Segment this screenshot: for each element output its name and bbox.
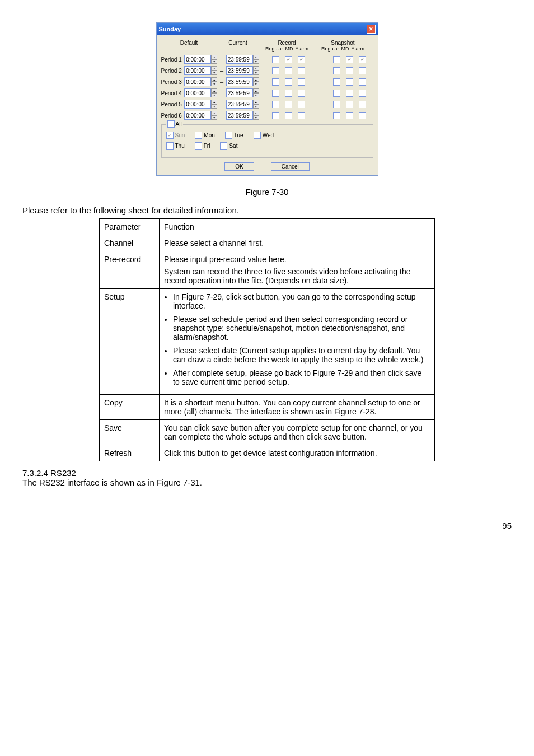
spin-down-icon[interactable]: ▼ bbox=[253, 59, 259, 64]
spin-up-icon[interactable]: ▲ bbox=[211, 111, 217, 115]
thu-checkbox[interactable] bbox=[166, 142, 174, 150]
spin-down-icon[interactable]: ▼ bbox=[211, 93, 217, 97]
snapshot-checkbox[interactable] bbox=[333, 67, 340, 74]
spin-up-icon[interactable]: ▲ bbox=[211, 66, 217, 71]
period-start-input[interactable] bbox=[184, 55, 211, 64]
snapshot-checkbox[interactable] bbox=[333, 56, 340, 63]
period-row: Period 3▲▼–▲▼ bbox=[161, 77, 373, 86]
spin-down-icon[interactable]: ▼ bbox=[253, 104, 259, 109]
period-end-input[interactable] bbox=[226, 111, 253, 120]
spin-down-icon[interactable]: ▼ bbox=[211, 82, 217, 86]
record-checkbox[interactable] bbox=[272, 56, 279, 63]
func-save: You can click save button after you comp… bbox=[160, 420, 435, 445]
period-end-input[interactable] bbox=[226, 100, 253, 109]
spin-up-icon[interactable]: ▲ bbox=[211, 100, 217, 104]
period-end-input[interactable] bbox=[226, 55, 253, 64]
setup-bullet-4: After complete setup, please go back to … bbox=[173, 368, 430, 386]
period-row: Period 5▲▼–▲▼ bbox=[161, 100, 373, 109]
record-checkbox[interactable] bbox=[285, 112, 292, 119]
spin-down-icon[interactable]: ▼ bbox=[211, 115, 217, 120]
record-checkbox[interactable] bbox=[285, 67, 292, 74]
prerecord-line2: System can record the three to five seco… bbox=[164, 267, 430, 285]
spin-down-icon[interactable]: ▼ bbox=[253, 82, 259, 86]
cancel-button[interactable]: Cancel bbox=[271, 162, 310, 171]
record-checkbox[interactable] bbox=[272, 112, 279, 119]
spin-down-icon[interactable]: ▼ bbox=[211, 71, 217, 75]
spin-up-icon[interactable]: ▲ bbox=[253, 55, 259, 59]
sun-checkbox[interactable]: ✓ bbox=[166, 132, 174, 139]
snapshot-checkbox[interactable] bbox=[346, 101, 353, 108]
spin-down-icon[interactable]: ▼ bbox=[253, 71, 259, 75]
record-checkbox[interactable] bbox=[298, 101, 305, 108]
snapshot-checkbox[interactable] bbox=[346, 78, 353, 86]
prerecord-line1: Please input pre-record value here. bbox=[164, 255, 430, 264]
record-checkbox[interactable] bbox=[298, 78, 305, 86]
snapshot-checkbox[interactable] bbox=[359, 112, 366, 119]
sub-md: MD bbox=[285, 46, 293, 52]
record-group bbox=[265, 67, 312, 74]
all-checkbox[interactable] bbox=[167, 120, 175, 128]
spin-down-icon[interactable]: ▼ bbox=[253, 115, 259, 120]
snapshot-checkbox[interactable] bbox=[359, 90, 366, 97]
snapshot-checkbox[interactable] bbox=[333, 112, 340, 119]
record-checkbox[interactable] bbox=[285, 78, 292, 86]
record-checkbox[interactable] bbox=[272, 90, 279, 97]
record-checkbox[interactable]: ✓ bbox=[285, 56, 292, 63]
snapshot-checkbox[interactable] bbox=[359, 78, 366, 86]
period-start-input[interactable] bbox=[184, 77, 211, 86]
period-start-input[interactable] bbox=[184, 100, 211, 109]
setup-bullet-2: Please set schedule period and then sele… bbox=[173, 315, 430, 342]
spin-up-icon[interactable]: ▲ bbox=[211, 77, 217, 82]
mon-checkbox[interactable] bbox=[195, 132, 202, 139]
record-checkbox[interactable]: ✓ bbox=[298, 56, 305, 63]
period-start: ▲▼ bbox=[184, 100, 217, 109]
snapshot-checkbox[interactable] bbox=[346, 112, 353, 119]
spin-up-icon[interactable]: ▲ bbox=[211, 88, 217, 93]
spin-up-icon[interactable]: ▲ bbox=[253, 66, 259, 71]
close-icon[interactable]: ✕ bbox=[367, 25, 376, 34]
period-start-input[interactable] bbox=[184, 66, 211, 75]
snapshot-checkbox[interactable] bbox=[333, 78, 340, 86]
fri-checkbox[interactable] bbox=[195, 142, 202, 150]
spin-down-icon[interactable]: ▼ bbox=[211, 104, 217, 109]
spin-down-icon[interactable]: ▼ bbox=[253, 93, 259, 97]
sat-checkbox[interactable] bbox=[220, 142, 227, 150]
snapshot-checkbox[interactable]: ✓ bbox=[359, 56, 366, 63]
wed-checkbox[interactable] bbox=[254, 132, 261, 139]
record-checkbox[interactable] bbox=[285, 101, 292, 108]
record-checkbox[interactable] bbox=[298, 90, 305, 97]
ok-button[interactable]: OK bbox=[224, 162, 254, 171]
snapshot-group bbox=[326, 90, 373, 97]
record-checkbox[interactable] bbox=[298, 112, 305, 119]
snapshot-checkbox[interactable] bbox=[333, 101, 340, 108]
record-checkbox[interactable] bbox=[272, 78, 279, 86]
period-end-input[interactable] bbox=[226, 66, 253, 75]
snapshot-checkbox[interactable] bbox=[346, 90, 353, 97]
spin-down-icon[interactable]: ▼ bbox=[211, 59, 217, 64]
record-group bbox=[265, 101, 312, 108]
period-end-input[interactable] bbox=[226, 77, 253, 86]
period-start-input[interactable] bbox=[184, 111, 211, 120]
record-checkbox[interactable] bbox=[298, 67, 305, 74]
record-checkbox[interactable] bbox=[272, 101, 279, 108]
record-checkbox[interactable] bbox=[285, 90, 292, 97]
spin-up-icon[interactable]: ▲ bbox=[253, 88, 259, 93]
snapshot-group bbox=[326, 101, 373, 108]
record-group bbox=[265, 90, 312, 97]
spin-up-icon[interactable]: ▲ bbox=[253, 100, 259, 104]
spin-up-icon[interactable]: ▲ bbox=[211, 55, 217, 59]
spin-up-icon[interactable]: ▲ bbox=[253, 77, 259, 82]
dash-separator: – bbox=[219, 90, 224, 96]
snapshot-checkbox[interactable] bbox=[346, 67, 353, 74]
period-start-input[interactable] bbox=[184, 88, 211, 97]
snapshot-checkbox[interactable] bbox=[359, 67, 366, 74]
snapshot-checkbox[interactable]: ✓ bbox=[346, 56, 353, 63]
period-label: Period 1 bbox=[161, 57, 182, 63]
snapshot-checkbox[interactable] bbox=[359, 101, 366, 108]
func-refresh: Click this button to get device latest c… bbox=[160, 445, 435, 461]
spin-up-icon[interactable]: ▲ bbox=[253, 111, 259, 115]
record-checkbox[interactable] bbox=[272, 67, 279, 74]
snapshot-checkbox[interactable] bbox=[333, 90, 340, 97]
period-end-input[interactable] bbox=[226, 88, 253, 97]
tue-checkbox[interactable] bbox=[225, 132, 232, 139]
